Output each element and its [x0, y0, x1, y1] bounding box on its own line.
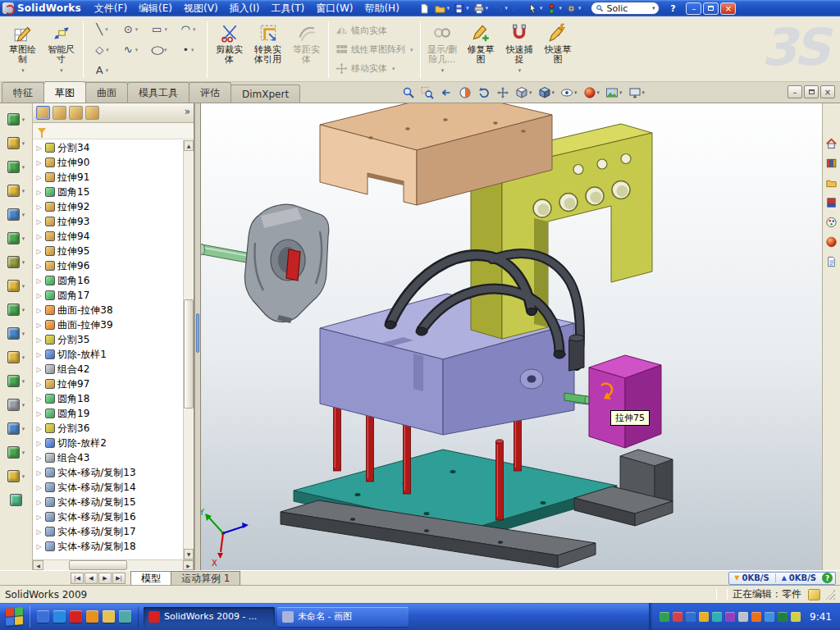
display-style-icon[interactable] — [536, 84, 557, 100]
feature-tree-item[interactable]: 切除-放样1 — [33, 347, 183, 362]
expand-arrow-icon[interactable] — [35, 322, 43, 329]
splitter-handle[interactable] — [196, 313, 199, 353]
paint-icon[interactable] — [119, 610, 131, 623]
zoom-fit-icon[interactable] — [400, 84, 417, 100]
previous-view-icon[interactable] — [438, 84, 454, 100]
ellipse-tool[interactable]: ○ — [145, 39, 174, 60]
menu-item[interactable]: 窗口(W) — [310, 0, 358, 17]
doc-minimize-button[interactable]: – — [788, 85, 802, 98]
search-input[interactable]: Solic — [606, 3, 649, 14]
expand-arrow-icon[interactable] — [35, 381, 43, 388]
minimize-button[interactable]: – — [686, 2, 701, 15]
tool-flyout[interactable] — [7, 417, 25, 441]
feature-tree-item[interactable]: 实体-移动/复制15 — [33, 495, 183, 509]
command-tab[interactable]: 模具工具 — [127, 82, 189, 103]
command-tab[interactable]: 评估 — [189, 82, 231, 103]
arc-tool[interactable]: ◠ — [174, 19, 203, 39]
help-button[interactable]: ? — [667, 3, 678, 14]
expand-arrow-icon[interactable] — [35, 203, 43, 211]
command-tab[interactable]: 草图 — [43, 81, 86, 103]
tree-vertical-scrollbar[interactable] — [183, 140, 194, 559]
line-tool[interactable]: ╲ — [88, 19, 116, 39]
tool-flyout[interactable] — [7, 441, 25, 464]
expand-arrow-icon[interactable] — [35, 351, 43, 358]
menu-item[interactable]: 插入(I) — [224, 0, 266, 17]
tray-icon[interactable] — [712, 612, 722, 622]
toolbar-button[interactable]: 剪裁实体 — [210, 18, 249, 81]
options-icon[interactable] — [564, 2, 582, 15]
first-tab-button[interactable] — [71, 573, 84, 584]
feature-tree-item[interactable]: 组合43 — [33, 450, 183, 465]
toolbar-button[interactable]: 等距实体 — [287, 18, 326, 81]
maximize-button[interactable] — [703, 2, 719, 15]
expand-arrow-icon[interactable] — [35, 248, 43, 255]
feature-tree-item[interactable]: 圆角19 — [33, 406, 183, 421]
print-icon[interactable] — [472, 2, 490, 15]
expand-arrow-icon[interactable] — [35, 528, 43, 536]
feature-tree-item[interactable]: 拉伸93 — [33, 214, 183, 229]
dimxpertmanager-tab-icon[interactable] — [85, 106, 99, 120]
tool-flyout[interactable] — [7, 179, 25, 203]
tool-flyout[interactable] — [7, 107, 25, 131]
feature-tree-item[interactable]: 曲面-拉伸39 — [33, 317, 183, 332]
solidworks-icon[interactable] — [70, 610, 82, 623]
tool-flyout[interactable] — [7, 345, 25, 369]
scroll-thumb[interactable] — [184, 299, 194, 409]
tray-icon[interactable] — [686, 612, 696, 622]
feature-tree-item[interactable]: 实体-移动/复制16 — [33, 509, 183, 524]
filter-icon[interactable] — [38, 128, 46, 134]
scroll-thumb[interactable] — [69, 560, 127, 570]
my-documents-icon[interactable] — [103, 610, 115, 623]
tray-icon[interactable] — [765, 612, 774, 622]
feature-tree-item[interactable]: 组合42 — [33, 362, 183, 377]
edit-appearance-icon[interactable] — [582, 84, 602, 100]
quick-tips-icon[interactable] — [808, 589, 820, 600]
tray-icon[interactable] — [725, 612, 735, 622]
menu-item[interactable]: 编辑(E) — [133, 0, 178, 17]
spline-tool[interactable]: ∿ — [116, 39, 145, 60]
feature-tree-item[interactable]: 圆角16 — [33, 273, 183, 288]
feature-tree-item[interactable]: 实体-移动/复制14 — [33, 480, 183, 495]
scroll-down-arrow[interactable] — [184, 549, 194, 559]
file-explorer-icon[interactable] — [824, 176, 838, 189]
insert-block[interactable] — [589, 355, 661, 448]
save-icon[interactable] — [452, 2, 470, 15]
feature-tree-item[interactable]: 拉伸92 — [33, 199, 183, 214]
expand-arrow-icon[interactable] — [35, 395, 43, 403]
tray-icon[interactable] — [751, 612, 761, 622]
widget-help-icon[interactable]: ? — [822, 573, 833, 583]
show-desktop-icon[interactable] — [37, 610, 49, 623]
command-tab[interactable]: DimXpert — [231, 84, 300, 103]
expand-arrow-icon[interactable] — [35, 174, 43, 181]
feature-tree-item[interactable]: 圆角17 — [33, 288, 183, 303]
open-document-icon[interactable] — [433, 2, 451, 15]
model-tab[interactable]: 运动算例 1 — [171, 571, 240, 585]
expand-arrow-icon[interactable] — [35, 307, 43, 314]
section-view-icon[interactable] — [457, 84, 473, 100]
scroll-up-arrow[interactable] — [184, 140, 194, 151]
start-button[interactable] — [6, 607, 23, 626]
prev-tab-button[interactable] — [84, 573, 98, 584]
expand-arrow-icon[interactable] — [35, 499, 43, 506]
expand-arrow-icon[interactable] — [35, 514, 43, 521]
tool-flyout[interactable] — [7, 155, 25, 179]
expand-arrow-icon[interactable] — [35, 469, 43, 477]
menu-item[interactable]: 帮助(H) — [358, 0, 404, 17]
expand-arrow-icon[interactable] — [35, 454, 43, 462]
toolbar-button[interactable]: 移动实体 — [331, 59, 418, 78]
command-tab[interactable]: 曲面 — [85, 82, 128, 103]
feature-tree-item[interactable]: 曲面-拉伸38 — [33, 303, 183, 317]
solidworks-resources-icon[interactable] — [824, 195, 838, 209]
tray-icon[interactable] — [778, 612, 788, 622]
feature-tree-item[interactable]: 分割35 — [33, 332, 183, 347]
text-tool[interactable]: A — [88, 60, 116, 80]
appearances-icon[interactable] — [824, 235, 838, 249]
feature-tree-item[interactable]: 分割36 — [33, 421, 183, 436]
toolbar-button[interactable]: 显示/删除几... — [423, 18, 462, 81]
tool-flyout[interactable] — [7, 131, 25, 155]
feature-tree-item[interactable]: 拉伸91 — [33, 170, 183, 185]
select-icon[interactable] — [526, 2, 544, 15]
rectangle-tool[interactable]: ▭ — [145, 19, 174, 39]
close-button[interactable]: × — [720, 2, 736, 15]
view-orientation-icon[interactable] — [514, 84, 534, 100]
